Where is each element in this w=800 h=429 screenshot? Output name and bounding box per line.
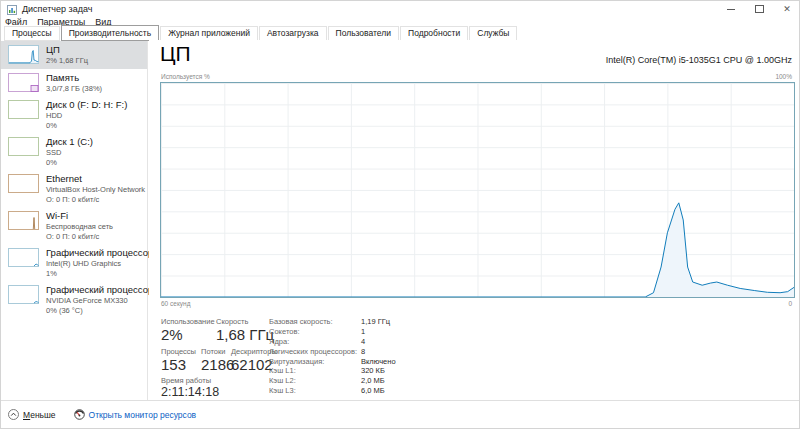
stat-handles-value: 62102 (231, 356, 273, 373)
tab-processes[interactable]: Процессы (4, 26, 60, 41)
spec-base-speed-label: Базовая скорость: (269, 317, 333, 326)
spec-l2-cache-label: Кэш L2: (269, 376, 296, 385)
tab-users[interactable]: Пользователи (328, 26, 399, 41)
gpu0-mini-chart-icon (8, 248, 39, 267)
stat-speed-label: Скорость (216, 317, 248, 326)
spec-l1-cache-label: Кэш L1: (269, 366, 296, 375)
sidebar-disk1-title: Диск 1 (C:) (46, 136, 93, 148)
spec-logical-processors-label: Логических процессоров: (269, 347, 357, 356)
sidebar-item-disk1[interactable]: Диск 1 (C:) SSD 0% (1, 133, 147, 170)
sidebar-item-gpu1[interactable]: Графический процессор 1 NVIDIA GeForce M… (1, 281, 147, 318)
spec-base-speed-value: 1,19 ГГц (361, 317, 390, 326)
chart-time-zero-label: 0 (788, 300, 792, 307)
chart-ymax-label: 100% (775, 73, 792, 80)
sidebar-item-gpu0[interactable]: Графический процессор 0 Intel(R) UHD Gra… (1, 244, 147, 281)
sidebar-ethernet-throughput: О: 0 П: 0 кбит/с (46, 195, 145, 205)
spec-virtualization-label: Виртуализация: (269, 357, 324, 366)
spec-l3-cache-label: Кэш L3: (269, 386, 296, 395)
ethernet-mini-chart-icon (8, 174, 39, 193)
spec-l1-cache-value: 320 КБ (361, 366, 385, 375)
sidebar-gpu0-title: Графический процессор 0 (46, 247, 145, 259)
stat-uptime-label: Время работы (161, 376, 211, 385)
sidebar-ethernet-title: Ethernet (46, 173, 145, 185)
tab-app-history[interactable]: Журнал приложений (160, 26, 258, 41)
sidebar-cpu-stats: 2% 1,68 ГГц (46, 56, 88, 66)
cpu-mini-chart-icon (8, 45, 39, 64)
fewer-details-button[interactable]: Меньше (8, 409, 56, 420)
sidebar-gpu0-name: Intel(R) UHD Graphics (46, 259, 145, 269)
spec-sockets-label: Сокетов: (269, 327, 299, 336)
tab-startup[interactable]: Автозагрузка (259, 26, 327, 41)
sidebar-item-wifi[interactable]: Wi-Fi Беспроводная сеть О: 0 П: 0 кбит/с (1, 207, 147, 244)
stat-uptime-value: 2:11:14:18 (161, 385, 219, 399)
memory-mini-chart-icon (8, 73, 39, 92)
tab-details[interactable]: Подробности (400, 26, 468, 41)
stat-threads-label: Потоки (201, 347, 225, 356)
open-resource-monitor-link[interactable]: Открыть монитор ресурсов (74, 409, 197, 420)
spec-row: Ядра: 4 (269, 337, 469, 347)
maximize-icon (755, 5, 764, 13)
sidebar-item-disk0[interactable]: Диск 0 (F: D: H: F:) HDD 0% (1, 96, 147, 133)
stat-speed-value: 1,68 ГГц (216, 326, 274, 343)
sidebar-disk1-type: SSD (46, 148, 93, 158)
chevron-up-circle-icon (8, 409, 19, 420)
maximize-button[interactable] (753, 3, 765, 15)
wifi-mini-chart-icon (8, 211, 39, 230)
sidebar-gpu1-usage: 0% (36 °C) (46, 306, 145, 316)
titlebar: Диспетчер задач ✕ (1, 1, 799, 17)
spec-sockets-value: 1 (361, 327, 365, 336)
sidebar-memory-title: Память (46, 72, 102, 84)
stat-utilization-value: 2% (161, 326, 183, 343)
sidebar-memory-stats: 3,0/7,8 ГБ (38%) (46, 84, 102, 94)
sidebar-gpu1-name: NVIDIA GeForce MX330 (46, 296, 145, 306)
sidebar-disk0-title: Диск 0 (F: D: H: F:) (46, 99, 127, 111)
window-title: Диспетчер задач (22, 4, 92, 14)
cpu-performance-pane: ЦП Intel(R) Core(TM) i5-1035G1 CPU @ 1.0… (149, 40, 799, 401)
resource-monitor-icon (74, 409, 85, 420)
chart-time-range-label: 60 секунд (161, 300, 190, 307)
stat-processes-value: 153 (161, 356, 186, 373)
sidebar-item-memory[interactable]: Память 3,0/7,8 ГБ (38%) (1, 69, 147, 97)
open-resource-monitor-label: Открыть монитор ресурсов (89, 410, 197, 420)
tab-services[interactable]: Службы (469, 26, 517, 41)
cpu-spec-list: Базовая скорость: 1,19 ГГц Сокетов: 1 Яд… (269, 317, 469, 396)
cpu-usage-chart (160, 82, 795, 298)
sidebar-disk0-usage: 0% (46, 121, 127, 131)
spec-l3-cache-value: 6,0 МБ (361, 386, 385, 395)
task-manager-window: Диспетчер задач ✕ Файл Параметры Вид Про… (0, 0, 800, 429)
spec-row: Кэш L3: 6,0 МБ (269, 386, 469, 396)
stat-processes-label: Процессы (161, 347, 196, 356)
performance-sidebar: ЦП 2% 1,68 ГГц Память 3,0/7,8 ГБ (38%) Д… (1, 41, 148, 401)
sidebar-item-ethernet[interactable]: Ethernet VirtualBox Host-Only Network О:… (1, 170, 147, 207)
close-icon: ✕ (783, 5, 791, 14)
spec-row: Базовая скорость: 1,19 ГГц (269, 317, 469, 327)
task-manager-app-icon (7, 5, 17, 15)
chart-ylabel: Используется % (161, 73, 210, 80)
spec-row: Виртуализация: Включено (269, 357, 469, 367)
stat-threads-value: 2186 (201, 356, 234, 373)
sidebar-disk1-usage: 0% (46, 158, 93, 168)
cpu-usage-series (161, 83, 794, 297)
sidebar-item-cpu[interactable]: ЦП 2% 1,68 ГГц (1, 41, 147, 69)
close-button[interactable]: ✕ (781, 3, 793, 15)
disk0-mini-chart-icon (8, 100, 39, 119)
tab-performance[interactable]: Производительность (61, 25, 160, 41)
minimize-button[interactable] (725, 3, 737, 15)
page-title: ЦП (160, 42, 191, 66)
fewer-details-label: Меньше (23, 410, 56, 420)
spec-l2-cache-value: 2,0 МБ (361, 376, 385, 385)
sidebar-ethernet-network: VirtualBox Host-Only Network (46, 185, 145, 195)
disk1-mini-chart-icon (8, 137, 39, 156)
sidebar-wifi-title: Wi-Fi (46, 210, 113, 222)
spec-row: Кэш L2: 2,0 МБ (269, 376, 469, 386)
spec-row: Сокетов: 1 (269, 327, 469, 337)
sidebar-cpu-title: ЦП (46, 44, 88, 56)
sidebar-disk0-type: HDD (46, 111, 127, 121)
spec-logical-processors-value: 8 (361, 347, 365, 356)
footer-bar: Меньше Открыть монитор ресурсов (1, 400, 799, 428)
spec-virtualization-value: Включено (361, 357, 396, 366)
spec-row: Кэш L1: 320 КБ (269, 366, 469, 376)
spec-cores-label: Ядра: (269, 337, 289, 346)
spec-cores-value: 4 (361, 337, 365, 346)
sidebar-wifi-throughput: О: 0 П: 0 кбит/с (46, 232, 113, 242)
